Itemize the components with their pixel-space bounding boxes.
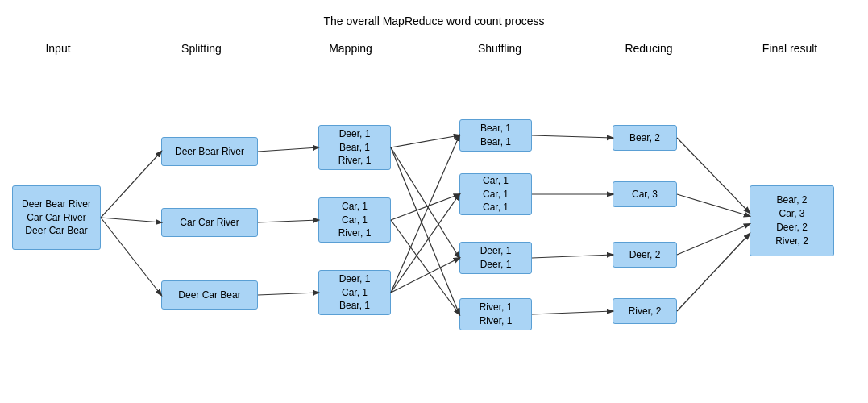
svg-line-5: [258, 293, 318, 295]
label-splitting: Splitting: [161, 42, 242, 55]
label-mapping: Mapping: [314, 42, 387, 55]
input-box: Deer Bear River Car Car River Deer Car B…: [12, 185, 101, 250]
map-box-1: Deer, 1 Bear, 1 River, 1: [318, 125, 391, 170]
svg-line-10: [391, 220, 459, 314]
svg-line-3: [258, 147, 318, 152]
final-box: Bear, 2 Car, 3 Deer, 2 River, 2: [750, 185, 834, 256]
svg-line-11: [391, 258, 459, 293]
svg-line-14: [532, 135, 613, 138]
split-box-1: Deer Bear River: [161, 137, 258, 166]
split-box-2: Car Car River: [161, 208, 258, 237]
svg-line-1: [101, 218, 161, 222]
svg-line-13: [391, 135, 459, 293]
reduce-box-3: Deer, 2: [613, 242, 677, 268]
split-box-3: Deer Car Bear: [161, 280, 258, 310]
svg-line-6: [391, 135, 459, 147]
svg-line-16: [532, 255, 613, 258]
svg-line-4: [258, 220, 318, 222]
shuf-box-3: Deer, 1 Deer, 1: [459, 242, 532, 274]
svg-line-18: [677, 138, 750, 213]
shuf-box-4: River, 1 River, 1: [459, 298, 532, 330]
arrows-svg: [0, 0, 868, 403]
svg-line-8: [391, 147, 459, 314]
svg-line-19: [677, 194, 750, 216]
label-shuffling: Shuffling: [459, 42, 540, 55]
reduce-box-1: Bear, 2: [613, 125, 677, 151]
svg-line-21: [677, 234, 750, 311]
reduce-box-2: Car, 3: [613, 181, 677, 207]
svg-line-0: [101, 152, 161, 218]
map-box-2: Car, 1 Car, 1 River, 1: [318, 197, 391, 243]
reduce-box-4: River, 2: [613, 298, 677, 324]
label-input: Input: [26, 42, 90, 55]
label-final: Final result: [750, 42, 830, 55]
diagram-container: The overall MapReduce word count process…: [0, 0, 868, 403]
diagram-title: The overall MapReduce word count process: [0, 0, 868, 27]
svg-line-20: [677, 224, 750, 255]
svg-line-12: [391, 194, 459, 293]
svg-line-17: [532, 311, 613, 314]
map-box-3: Deer, 1 Car, 1 Bear, 1: [318, 270, 391, 315]
label-reducing: Reducing: [613, 42, 685, 55]
svg-line-2: [101, 218, 161, 295]
shuf-box-1: Bear, 1 Bear, 1: [459, 119, 532, 152]
svg-line-9: [391, 194, 459, 220]
svg-line-7: [391, 147, 459, 258]
shuf-box-2: Car, 1 Car, 1 Car, 1: [459, 173, 532, 215]
